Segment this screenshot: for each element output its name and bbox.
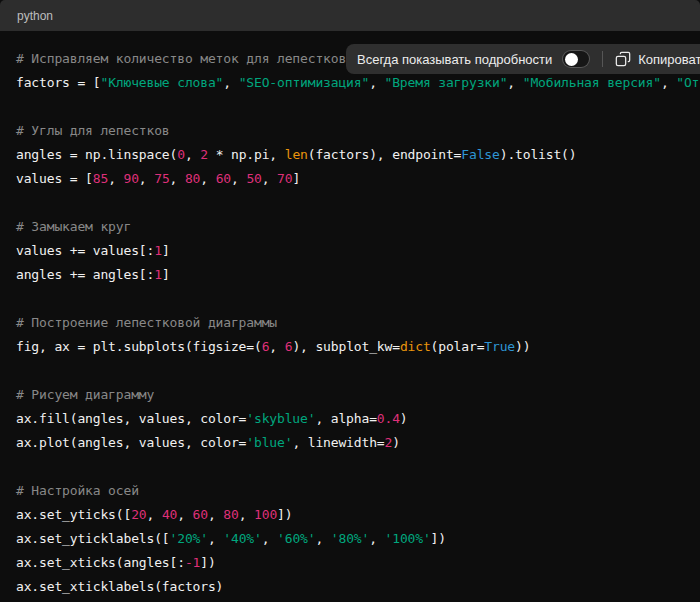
code-block-header: python (0, 0, 700, 31)
code-line (16, 359, 684, 383)
copy-code-button[interactable]: Копировать код (615, 51, 700, 67)
code-line: fig, ax = plt.subplots(figsize=(6, 6), s… (16, 335, 684, 359)
code-line: ax.plot(angles, values, color='blue', li… (16, 431, 684, 455)
code-line (16, 95, 684, 119)
code-line: ax.fill(angles, values, color='skyblue',… (16, 407, 684, 431)
code-line: # Рисуем диаграмму (16, 383, 684, 407)
code-line: # Настройка осей (16, 479, 684, 503)
code-line: ax.set_yticks([20, 40, 60, 80, 100]) (16, 503, 684, 527)
code-line: ax.set_yticklabels(['20%', '40%', '60%',… (16, 527, 684, 551)
code-toolbar: Всегда показывать подробности Копировать… (346, 44, 700, 74)
code-line: values += values[:1] (16, 239, 684, 263)
code-line: # Замыкаем круг (16, 215, 684, 239)
code-line (16, 455, 684, 479)
copy-icon (615, 51, 631, 67)
toolbar-divider (602, 51, 603, 67)
language-label: python (17, 10, 53, 22)
code-line: ax.set_xticks(angles[:-1]) (16, 551, 684, 575)
always-show-details-toggle[interactable] (562, 50, 590, 68)
code-line (16, 287, 684, 311)
code-block-window: python # Исправляем количество меток для… (0, 0, 700, 602)
code-line: # Построение лепестковой диаграммы (16, 311, 684, 335)
code-line (16, 191, 684, 215)
code-line: angles += angles[:1] (16, 263, 684, 287)
code-line: angles = np.linspace(0, 2 * np.pi, len(f… (16, 143, 684, 167)
always-show-details-label: Всегда показывать подробности (357, 52, 552, 67)
copy-code-label: Копировать код (638, 52, 700, 67)
code-line: values = [85, 90, 75, 80, 60, 50, 70] (16, 167, 684, 191)
code-line: # Углы для лепестков (16, 119, 684, 143)
code-content: # Исправляем количество меток для лепест… (16, 47, 684, 599)
code-area: # Исправляем количество меток для лепест… (0, 31, 700, 602)
code-line: factors = ["Ключевые слова", "SEO-оптими… (16, 71, 684, 95)
code-line: ax.set_xticklabels(factors) (16, 575, 684, 599)
toggle-knob-icon (565, 53, 578, 66)
